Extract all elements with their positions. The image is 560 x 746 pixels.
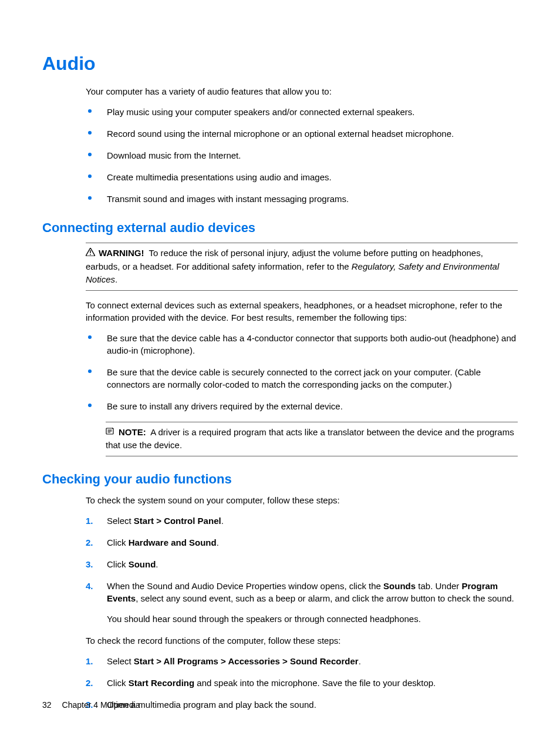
list-item: Be sure that the device cable is securel… bbox=[86, 366, 518, 391]
section-heading-checking: Checking your audio functions bbox=[42, 472, 518, 487]
feature-list: Play music using your computer speakers … bbox=[86, 106, 518, 205]
list-item: Record sound using the internal micropho… bbox=[86, 127, 518, 140]
list-item: Select Start > All Programs > Accessorie… bbox=[86, 655, 518, 667]
list-item: Be sure to install any drivers required … bbox=[86, 400, 518, 412]
list-item: Select Start > Control Panel. bbox=[86, 515, 518, 527]
note-label: NOTE: bbox=[119, 427, 146, 437]
steps-list-2: Select Start > All Programs > Accessorie… bbox=[86, 655, 518, 711]
document-page: Audio Your computer has a variety of aud… bbox=[0, 0, 560, 746]
list-item: Open a multimedia program and play back … bbox=[86, 698, 518, 711]
page-number: 32 bbox=[42, 700, 52, 710]
section2-paragraph-2: To check the record functions of the com… bbox=[86, 634, 518, 647]
list-item: When the Sound and Audio Device Properti… bbox=[86, 580, 518, 625]
list-item: Click Start Recording and speak into the… bbox=[86, 677, 518, 689]
note-icon bbox=[106, 426, 115, 439]
svg-point-1 bbox=[90, 254, 91, 255]
list-item: Be sure that the device cable has a 4-co… bbox=[86, 332, 518, 357]
list-item: Transmit sound and images with instant m… bbox=[86, 193, 518, 205]
warning-label: WARNING! bbox=[99, 248, 144, 258]
section-heading-connecting: Connecting external audio devices bbox=[42, 220, 518, 236]
list-item: Play music using your computer speakers … bbox=[86, 106, 518, 118]
list-item: Download music from the Internet. bbox=[86, 149, 518, 162]
intro-paragraph: Your computer has a variety of audio fea… bbox=[86, 85, 518, 98]
chapter-label: Chapter 4 Multimedia bbox=[62, 700, 140, 710]
warning-text-end: . bbox=[115, 274, 117, 284]
list-item: Click Hardware and Sound. bbox=[86, 536, 518, 549]
page-footer: 32Chapter 4 Multimedia bbox=[42, 700, 140, 710]
step-sub-paragraph: You should hear sound through the speake… bbox=[107, 613, 518, 625]
warning-icon bbox=[86, 247, 95, 260]
list-item: Click Sound. bbox=[86, 558, 518, 570]
section1-paragraph: To connect external devices such as exte… bbox=[86, 299, 518, 324]
steps-list-1: Select Start > Control Panel. Click Hard… bbox=[86, 515, 518, 625]
note-text: A driver is a required program that acts… bbox=[106, 427, 514, 451]
warning-callout: WARNING! To reduce the risk of personal … bbox=[86, 243, 518, 291]
page-heading: Audio bbox=[42, 53, 518, 75]
section2-paragraph-1: To check the system sound on your comput… bbox=[86, 494, 518, 506]
tips-list: Be sure that the device cable has a 4-co… bbox=[86, 332, 518, 412]
note-callout: NOTE: A driver is a required program tha… bbox=[106, 422, 518, 456]
list-item: Create multimedia presentations using au… bbox=[86, 171, 518, 183]
